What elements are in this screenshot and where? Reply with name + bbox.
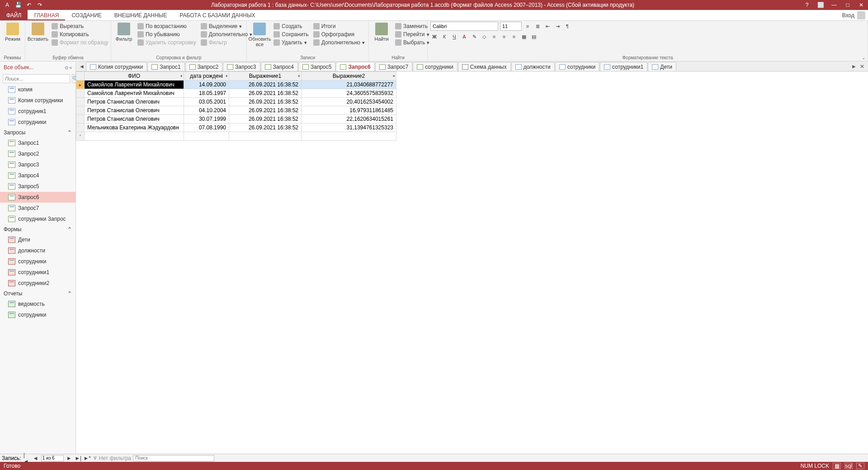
nav-query-item[interactable]: Запрос3 xyxy=(0,159,75,170)
nav-table-item[interactable]: сотрудник1 xyxy=(0,106,75,117)
column-header[interactable]: Выражение1▾ xyxy=(229,72,302,81)
italic-button[interactable]: К xyxy=(440,33,448,41)
table-row[interactable]: Петров Станислав Олегович 04.10.2004 26.… xyxy=(76,106,396,115)
record-pos-input[interactable] xyxy=(41,455,64,461)
cell-fio[interactable]: Мельникова Екатерина Жэдуардовн xyxy=(85,123,184,132)
cell-expr1[interactable]: 26.09.2021 16:38:52 xyxy=(229,106,302,115)
cell-expr1[interactable]: 26.09.2021 16:38:52 xyxy=(229,123,302,132)
cell-expr2[interactable]: 20,4016253454002 xyxy=(302,98,396,106)
doc-tab[interactable]: Запрос1 xyxy=(147,62,184,71)
maximize-button[interactable]: □ xyxy=(841,0,854,10)
format-painter-button[interactable]: Формат по образцу xyxy=(51,39,109,46)
nav-query-item[interactable]: сотрудники Запрос xyxy=(0,214,75,224)
doc-tab[interactable]: сотрудники xyxy=(555,62,599,71)
column-header[interactable]: Выражение2▾ xyxy=(302,72,396,81)
table-row[interactable]: Петров Станислав Олегович 03.05.2001 26.… xyxy=(76,98,396,106)
cell-fio[interactable]: Самойлов Лаврентий Михайлович xyxy=(85,89,184,98)
row-selector[interactable] xyxy=(76,98,85,106)
row-selector[interactable]: ▸ xyxy=(76,81,85,89)
cell-fio[interactable]: Петров Станислав Олегович xyxy=(85,106,184,115)
row-selector[interactable] xyxy=(76,89,85,98)
cell-fio[interactable]: Петров Станислав Олегович xyxy=(85,115,184,123)
font-color-button[interactable]: A xyxy=(460,33,468,41)
doc-tab[interactable]: Копия сотрудники xyxy=(86,62,147,71)
nav-group-forms[interactable]: Формы⌃ xyxy=(0,224,75,234)
cell-date[interactable]: 30.07.1999 xyxy=(184,115,229,123)
goto-button[interactable]: Перейти ▾ xyxy=(394,31,430,38)
nav-group-reports[interactable]: Отчеты⌃ xyxy=(0,289,75,299)
nav-form-item[interactable]: сотрудники xyxy=(0,256,75,267)
first-record-button[interactable]: |◄ xyxy=(23,455,30,461)
copy-button[interactable]: Копировать xyxy=(51,31,109,38)
clear-sort-button[interactable]: Удалить сортировку xyxy=(137,39,197,46)
more-records-button[interactable]: Дополнительно ▾ xyxy=(312,39,366,46)
nav-report-item[interactable]: ведомость xyxy=(0,299,75,309)
font-size-select[interactable] xyxy=(500,22,522,31)
chevron-left-icon[interactable]: ⊙ « xyxy=(65,65,72,70)
doc-tab[interactable]: сотрудники1 xyxy=(600,62,647,71)
cell-date[interactable]: 07.08.1990 xyxy=(184,123,229,132)
cell-fio[interactable]: Петров Станислав Олегович xyxy=(85,98,184,106)
cell-date[interactable]: 04.10.2004 xyxy=(184,106,229,115)
cell-expr2[interactable]: 22,1620634015261 xyxy=(302,115,396,123)
new-record-button[interactable]: Создать xyxy=(273,23,310,30)
next-record-button[interactable]: ► xyxy=(66,455,73,461)
column-dropdown-icon[interactable]: ▾ xyxy=(180,74,183,78)
fill-color-button[interactable]: ◇ xyxy=(480,33,488,41)
paste-button[interactable]: Вставить xyxy=(28,22,48,43)
cell-date[interactable]: 18.05.1997 xyxy=(184,89,229,98)
help-icon[interactable]: ? xyxy=(800,0,814,10)
close-button[interactable]: ✕ xyxy=(854,0,868,10)
tabs-scroll-right[interactable]: ► xyxy=(850,62,858,71)
doc-tab[interactable]: сотрудники xyxy=(413,62,457,71)
prev-record-button[interactable]: ◄ xyxy=(32,455,39,461)
doc-tab[interactable]: Запрос6 xyxy=(336,62,374,71)
selection-button[interactable]: Выделение ▾ xyxy=(200,23,253,30)
tabs-scroll-left[interactable]: ◄ xyxy=(78,62,86,71)
cell-date[interactable]: 14.09.2000 xyxy=(184,81,229,89)
nav-query-item[interactable]: Запрос5 xyxy=(0,181,75,192)
cell-expr2[interactable]: 21,0340688772277 xyxy=(302,81,396,89)
doc-tab[interactable]: Запрос4 xyxy=(261,62,298,71)
underline-button[interactable]: Ч xyxy=(450,33,458,41)
ltr-icon[interactable]: ¶ xyxy=(563,22,571,30)
nav-header[interactable]: Все объек... ⊙ « xyxy=(0,62,75,73)
font-select[interactable] xyxy=(430,22,498,31)
cell-date[interactable]: 03.05.2001 xyxy=(184,98,229,106)
table-row[interactable]: Мельникова Екатерина Жэдуардовн 07.08.19… xyxy=(76,123,396,132)
tab-home[interactable]: ГЛАВНАЯ xyxy=(28,10,65,20)
select-all-corner[interactable] xyxy=(76,72,85,81)
replace-button[interactable]: Заменить xyxy=(394,23,430,30)
table-row[interactable]: ▸ Самойлов Лаврентий Михайлович 14.09.20… xyxy=(76,81,396,89)
new-row[interactable]: * xyxy=(76,132,396,141)
design-view-icon[interactable]: ✎ xyxy=(856,463,864,469)
sql-view-icon[interactable]: sql xyxy=(844,463,853,469)
save-icon[interactable]: 💾 xyxy=(13,0,24,10)
app-icon[interactable]: A xyxy=(2,0,13,10)
nav-query-item[interactable]: Запрос2 xyxy=(0,148,75,159)
doc-tab[interactable]: Запрос5 xyxy=(298,62,335,71)
table-row[interactable]: Самойлов Лаврентий Михайлович 18.05.1997… xyxy=(76,89,396,98)
cell-fio[interactable]: Самойлов Лаврентий Михайлович xyxy=(85,81,184,89)
nav-search-input[interactable] xyxy=(3,74,70,83)
undo-icon[interactable]: ↶ xyxy=(24,0,34,10)
align-center-icon[interactable]: ≡ xyxy=(500,33,508,41)
row-selector[interactable]: * xyxy=(76,132,85,141)
doc-tab[interactable]: Схема данных xyxy=(458,62,511,71)
nav-table-item[interactable]: сотрудники xyxy=(0,117,75,128)
cell-expr2[interactable]: 16,979311861485 xyxy=(302,106,396,115)
nav-table-item[interactable]: копия xyxy=(0,84,75,95)
nav-group-queries[interactable]: Запросы⌃ xyxy=(0,128,75,138)
spelling-button[interactable]: Орфография xyxy=(312,31,366,38)
view-button[interactable]: Режим xyxy=(3,22,23,43)
inc-indent-icon[interactable]: ⇥ xyxy=(553,22,561,30)
last-record-button[interactable]: ►| xyxy=(75,455,82,461)
cut-button[interactable]: Вырезать xyxy=(51,23,109,30)
refresh-button[interactable]: Обновить все xyxy=(250,22,270,48)
tab-external[interactable]: ВНЕШНИЕ ДАННЫЕ xyxy=(108,10,173,20)
column-dropdown-icon[interactable]: ▾ xyxy=(226,74,228,78)
nav-form-item[interactable]: сотрудники2 xyxy=(0,278,75,289)
cell-expr1[interactable]: 26.09.2021 16:38:52 xyxy=(229,115,302,123)
advanced-filter-button[interactable]: Дополнительно ▾ xyxy=(200,31,253,38)
numbering-icon[interactable]: ≣ xyxy=(533,22,542,30)
